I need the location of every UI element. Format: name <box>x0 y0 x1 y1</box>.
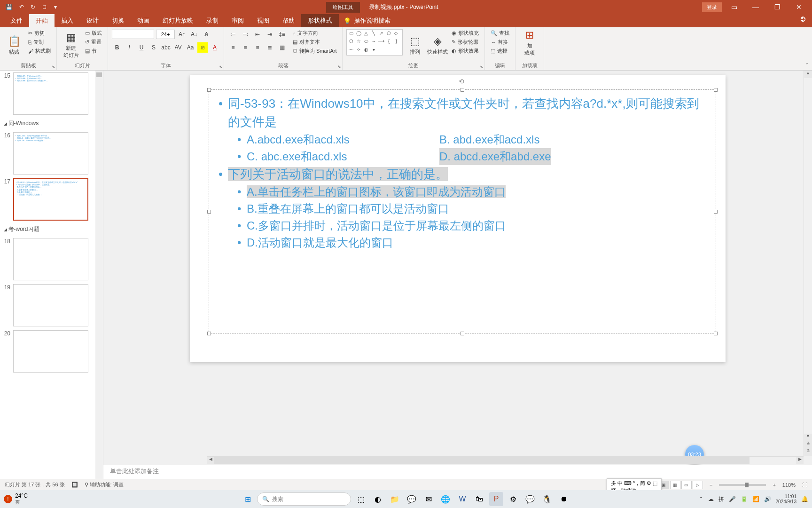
underline-icon[interactable]: U <box>136 42 147 53</box>
word-icon[interactable]: W <box>455 492 469 506</box>
weather-widget[interactable]: ! 24°C 雾 <box>4 492 28 506</box>
accessibility-checker[interactable]: ⚲ 辅助功能: 调查 <box>85 481 124 488</box>
recorder-icon[interactable]: ⏺ <box>557 492 571 506</box>
slide-thumb-20[interactable] <box>13 330 88 373</box>
settings-icon[interactable]: ⚙ <box>506 492 520 506</box>
undo-icon[interactable]: ↶ <box>19 4 24 10</box>
section-windows[interactable]: 同-Windows <box>0 117 103 130</box>
language-indicator[interactable]: 🔲 <box>71 482 78 488</box>
paragraph-launcher[interactable]: ⬊ <box>337 64 341 69</box>
section-button[interactable]: ▤ 节 <box>83 47 104 55</box>
decrease-font-icon[interactable]: A↓ <box>189 29 199 40</box>
wifi-icon[interactable]: 📶 <box>752 496 759 502</box>
format-painter-button[interactable]: 🖌 格式刷 <box>26 47 53 55</box>
spacing-icon[interactable]: AV <box>173 42 183 53</box>
prev-slide-icon[interactable]: ≛ <box>804 441 812 449</box>
tab-shape-format[interactable]: 形状格式 <box>301 14 339 27</box>
layout-button[interactable]: ▭ 版式 <box>83 29 104 37</box>
slide-thumb-17[interactable]: • 同-53-93：在Windows10中，在搜索文件或文件夹时，若查找内容a?… <box>13 178 88 221</box>
store-icon[interactable]: 🛍 <box>472 492 486 506</box>
tab-file[interactable]: 文件 <box>4 14 29 27</box>
minimize-icon[interactable]: — <box>746 3 765 11</box>
tab-record[interactable]: 录制 <box>200 14 225 27</box>
select-button[interactable]: ⬚ 选择 <box>489 47 511 55</box>
smartart-button[interactable]: ⬡ 转换为 SmartArt <box>291 47 338 55</box>
start-button[interactable]: ⊞ <box>241 492 254 506</box>
battery-icon[interactable]: 🔋 <box>741 496 748 502</box>
shape-fill-button[interactable]: ◉ 形状填充 <box>450 29 481 37</box>
text-direction-button[interactable]: ↕ 文字方向 <box>291 29 338 37</box>
next-slide-icon[interactable]: ≚ <box>804 449 812 456</box>
edge-icon[interactable]: 🌐 <box>438 492 453 506</box>
tab-review[interactable]: 审阅 <box>225 14 250 27</box>
reset-button[interactable]: ↺ 重置 <box>83 38 104 46</box>
tell-me-search[interactable]: 💡 操作说明搜索 <box>344 14 390 27</box>
close-icon[interactable]: ✕ <box>789 3 808 11</box>
scroll-left-icon[interactable]: ◀ <box>207 457 214 464</box>
highlight-icon[interactable]: ⎚ <box>197 42 208 53</box>
paste-button[interactable]: 📋粘贴 <box>4 29 24 61</box>
shape-effects-button[interactable]: ◐ 形状效果 <box>450 47 481 55</box>
tab-view[interactable]: 视图 <box>250 14 276 27</box>
collapse-ribbon-icon[interactable]: ⌃ <box>805 62 809 68</box>
tab-insert[interactable]: 插入 <box>55 14 80 27</box>
line-spacing-icon[interactable]: ‡≡ <box>277 29 287 40</box>
italic-icon[interactable]: I <box>124 42 134 53</box>
shadow-icon[interactable]: abc <box>161 42 171 53</box>
content-text-box[interactable]: ⟲ 同-53-93：在Windows10中，在搜索文件或文件夹时，若查找内容a?… <box>209 89 716 334</box>
font-family-select[interactable] <box>112 30 154 39</box>
qq-icon[interactable]: 🐧 <box>540 492 554 506</box>
thumb-scrollbar[interactable] <box>95 71 103 479</box>
arrange-button[interactable]: ⬚排列 <box>405 29 425 61</box>
scroll-up-icon[interactable]: ▲ <box>804 71 812 78</box>
align-right-icon[interactable]: ≡ <box>252 42 263 53</box>
ime-row1[interactable]: 拼 中 ⌨ º，简 ⚙ ⬚ <box>611 480 657 487</box>
reading-view-icon[interactable]: ▭ <box>681 481 692 489</box>
align-left-icon[interactable]: ≡ <box>228 42 238 53</box>
share-icon[interactable]: ⮊ <box>795 14 812 27</box>
clock[interactable]: 11:01 2024/9/13 <box>776 494 797 504</box>
zoom-level[interactable]: 110% <box>782 482 796 488</box>
font-size-select[interactable] <box>156 30 175 39</box>
clear-format-icon[interactable]: A̷ <box>201 29 211 40</box>
resize-handle[interactable] <box>714 210 718 214</box>
search-input[interactable] <box>272 496 346 502</box>
new-slide-button[interactable]: ▦新建 幻灯片 <box>61 29 81 61</box>
fit-window-icon[interactable]: ⛶ <box>802 482 807 488</box>
copy-button[interactable]: ⎘ 复制 <box>26 38 53 46</box>
vertical-scrollbar[interactable]: ▲ ▼ ≛ ≚ <box>804 71 812 456</box>
tab-design[interactable]: 设计 <box>80 14 105 27</box>
slide-thumbnail-panel[interactable]: 15• 同-122-87：在Windows10中…• 同-120-88：在Win… <box>0 71 103 479</box>
slideshow-view-icon[interactable]: ▷ <box>693 481 703 489</box>
notifications-icon[interactable]: 🔔 <box>801 496 808 502</box>
wechat-icon[interactable]: 💬 <box>523 492 537 506</box>
notes-pane[interactable]: 单击此处添加备注 <box>103 465 812 479</box>
font-launcher[interactable]: ⬊ <box>219 64 223 69</box>
tray-chevron-icon[interactable]: ⌃ <box>699 496 703 502</box>
login-button[interactable]: 登录 <box>702 2 722 12</box>
slide-text-content[interactable]: 同-53-93：在Windows10中，在搜索文件或文件夹时，若查找内容a?d.… <box>219 95 706 251</box>
slide-thumb-19[interactable] <box>13 284 88 326</box>
strike-icon[interactable]: S <box>148 42 159 53</box>
replace-button[interactable]: ↔ 替换 <box>489 38 511 46</box>
drawing-launcher[interactable]: ⬊ <box>480 64 484 69</box>
shapes-gallery[interactable]: ▭◯△╲↗⬠ ◇⬡☆⬭↔⟶ {}〰✧◐▾ <box>346 29 403 56</box>
resize-handle[interactable] <box>714 88 718 92</box>
clipboard-launcher[interactable]: ⬊ <box>52 64 55 69</box>
tab-home[interactable]: 开始 <box>29 14 55 27</box>
slide-thumb-18[interactable] <box>13 238 88 280</box>
increase-font-icon[interactable]: A↑ <box>177 29 187 40</box>
mail-icon[interactable]: ✉ <box>422 492 436 506</box>
resize-handle[interactable] <box>714 332 718 335</box>
zoom-slider[interactable] <box>719 484 766 486</box>
save-icon[interactable]: 💾 <box>6 4 13 10</box>
mic-icon[interactable]: 🎤 <box>729 496 736 502</box>
shape-outline-button[interactable]: ✎ 形状轮廓 <box>450 38 481 46</box>
indent-dec-icon[interactable]: ⇤ <box>252 29 263 40</box>
align-text-button[interactable]: ▤ 对齐文本 <box>291 38 338 46</box>
addins-button[interactable]: ⊞加 载项 <box>519 29 540 56</box>
resize-handle[interactable] <box>207 332 211 335</box>
section-word[interactable]: 考-word习题 <box>0 222 103 236</box>
tab-help[interactable]: 帮助 <box>276 14 301 27</box>
zoom-out-icon[interactable]: − <box>710 482 712 488</box>
